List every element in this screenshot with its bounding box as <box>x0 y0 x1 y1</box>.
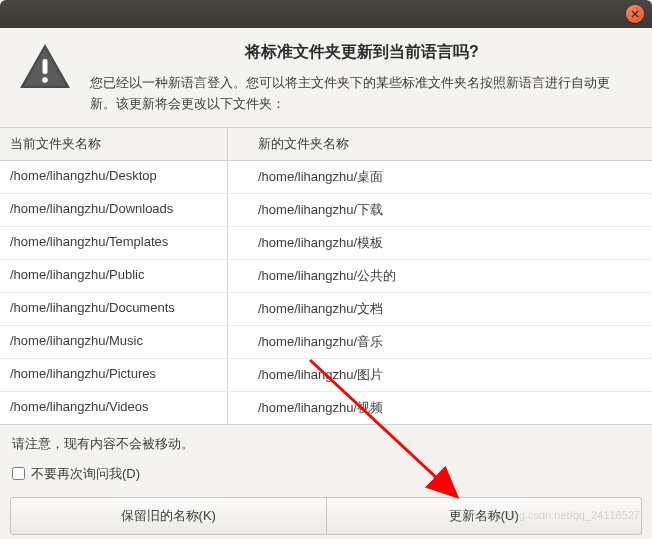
cell-old-path: /home/lihangzhu/Public <box>0 260 228 292</box>
dont-ask-checkbox[interactable] <box>12 467 25 480</box>
dont-ask-label[interactable]: 不要再次询问我(D) <box>31 465 140 483</box>
note-text: 请注意，现有内容不会被移动。 <box>0 425 652 459</box>
close-button[interactable] <box>626 5 644 23</box>
cell-old-path: /home/lihangzhu/Documents <box>0 293 228 325</box>
cell-new-path: /home/lihangzhu/模板 <box>228 227 652 259</box>
folder-table: 当前文件夹名称 新的文件夹名称 /home/lihangzhu/Desktop/… <box>0 127 652 425</box>
cell-new-path: /home/lihangzhu/图片 <box>228 359 652 391</box>
cell-new-path: /home/lihangzhu/桌面 <box>228 161 652 193</box>
cell-new-path: /home/lihangzhu/公共的 <box>228 260 652 292</box>
svg-point-5 <box>42 77 48 83</box>
svg-rect-4 <box>43 59 48 74</box>
button-row: 保留旧的名称(K) 更新名称(U) <box>0 497 652 539</box>
dialog-title: 将标准文件夹更新到当前语言吗? <box>90 42 634 63</box>
column-header-new[interactable]: 新的文件夹名称 <box>228 128 652 160</box>
cell-old-path: /home/lihangzhu/Downloads <box>0 194 228 226</box>
titlebar <box>0 0 652 28</box>
table-row[interactable]: /home/lihangzhu/Templates/home/lihangzhu… <box>0 227 652 260</box>
close-icon <box>631 10 639 18</box>
table-row[interactable]: /home/lihangzhu/Videos/home/lihangzhu/视频 <box>0 392 652 424</box>
cell-new-path: /home/lihangzhu/音乐 <box>228 326 652 358</box>
cell-old-path: /home/lihangzhu/Videos <box>0 392 228 424</box>
table-header: 当前文件夹名称 新的文件夹名称 <box>0 128 652 161</box>
keep-old-names-button[interactable]: 保留旧的名称(K) <box>10 497 327 535</box>
table-row[interactable]: /home/lihangzhu/Pictures/home/lihangzhu/… <box>0 359 652 392</box>
warning-icon <box>18 42 72 90</box>
dialog-description: 您已经以一种新语言登入。您可以将主文件夹下的某些标准文件夹名按照新语言进行自动更… <box>90 73 634 115</box>
table-row[interactable]: /home/lihangzhu/Desktop/home/lihangzhu/桌… <box>0 161 652 194</box>
cell-old-path: /home/lihangzhu/Music <box>0 326 228 358</box>
cell-new-path: /home/lihangzhu/视频 <box>228 392 652 424</box>
dialog-body: 将标准文件夹更新到当前语言吗? 您已经以一种新语言登入。您可以将主文件夹下的某些… <box>0 28 652 127</box>
cell-old-path: /home/lihangzhu/Templates <box>0 227 228 259</box>
table-row[interactable]: /home/lihangzhu/Downloads/home/lihangzhu… <box>0 194 652 227</box>
table-row[interactable]: /home/lihangzhu/Public/home/lihangzhu/公共… <box>0 260 652 293</box>
table-row[interactable]: /home/lihangzhu/Music/home/lihangzhu/音乐 <box>0 326 652 359</box>
cell-old-path: /home/lihangzhu/Desktop <box>0 161 228 193</box>
update-names-button[interactable]: 更新名称(U) <box>327 497 643 535</box>
cell-new-path: /home/lihangzhu/文档 <box>228 293 652 325</box>
cell-old-path: /home/lihangzhu/Pictures <box>0 359 228 391</box>
cell-new-path: /home/lihangzhu/下载 <box>228 194 652 226</box>
table-row[interactable]: /home/lihangzhu/Documents/home/lihangzhu… <box>0 293 652 326</box>
column-header-old[interactable]: 当前文件夹名称 <box>0 128 228 160</box>
